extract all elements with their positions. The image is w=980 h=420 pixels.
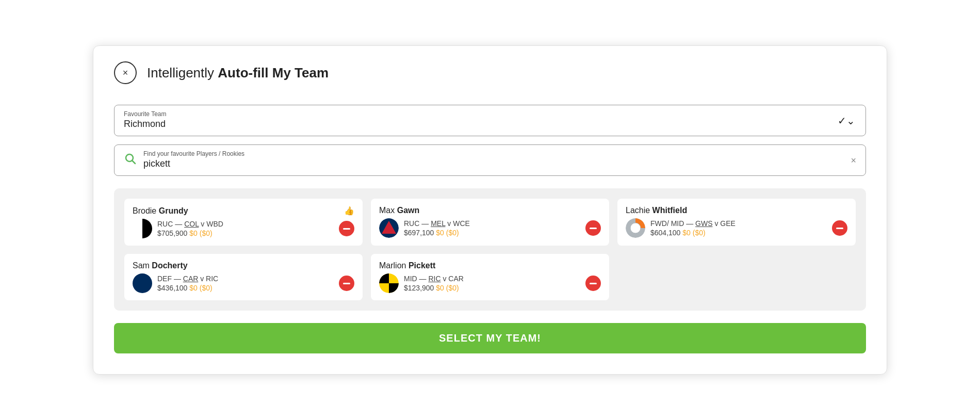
player-info: RUC — MEL v WCE $697,100 $0 ($0) — [404, 219, 576, 237]
player-details-row: DEF — CAR v RIC $436,100 $0 ($0) — [133, 273, 354, 293]
player-card-whitfield: Lachie Whitfield FWD/ MID — [617, 199, 856, 246]
player-name: Marlion Pickett — [379, 261, 435, 270]
remove-player-button[interactable] — [339, 221, 354, 236]
player-name-row: Lachie Whitfield — [626, 206, 847, 215]
favourite-team-section: Favourite Team Richmond ✓​⌄ — [114, 105, 866, 136]
favourite-team-label: Favourite Team — [124, 110, 856, 118]
player-details-row: FWD/ MID — GWS v GEE $604,100 $0 ($0) — [626, 218, 847, 238]
search-clear-button[interactable]: × — [851, 155, 856, 166]
player-position: FWD/ MID — GWS v GEE — [650, 219, 823, 228]
player-name: Lachie Whitfield — [626, 206, 687, 215]
player-details-row: RUC — COL v WBD $705,900 $0 ($0) — [133, 219, 354, 238]
favourite-team-value: Richmond — [124, 119, 856, 130]
search-inner: Find your favourite Players / Rookies pi… — [143, 150, 856, 169]
autofill-modal: × Intelligently Auto-fill My Team Favour… — [93, 45, 887, 375]
search-icon — [124, 152, 136, 168]
player-details-row: MID — RIC v CAR $123,900 $0 ($0) — [379, 273, 601, 293]
svg-line-1 — [133, 160, 136, 164]
modal-title: Intelligently Auto-fill My Team — [147, 65, 329, 81]
player-price: $436,100 $0 ($0) — [157, 284, 330, 292]
search-wrapper: Find your favourite Players / Rookies pi… — [114, 144, 866, 176]
player-name-row: Sam Docherty — [133, 261, 354, 270]
remove-player-button[interactable] — [339, 276, 354, 291]
remove-player-button[interactable] — [585, 276, 601, 291]
team-logo-melbourne — [379, 218, 399, 238]
player-info: RUC — COL v WBD $705,900 $0 ($0) — [157, 220, 330, 237]
results-area: Brodie Grundy 👍 RUC — COL v WBD $705,900… — [114, 188, 866, 311]
player-info: DEF — CAR v RIC $436,100 $0 ($0) — [157, 274, 330, 292]
player-info: FWD/ MID — GWS v GEE $604,100 $0 ($0) — [650, 219, 823, 237]
player-card-docherty: Sam Docherty DEF — CAR v RIC $436,100 $0… — [124, 254, 363, 300]
chevron-down-icon: ✓​⌄ — [838, 115, 855, 127]
player-position: MID — RIC v CAR — [404, 274, 576, 283]
team-logo-collingwood — [133, 219, 152, 238]
player-card-gawn: Max Gawn RUC — MEL v WCE — [371, 199, 609, 246]
player-name: Sam Docherty — [133, 261, 188, 270]
player-name: Max Gawn — [379, 206, 419, 215]
select-team-button[interactable]: SELECT MY TEAM! — [114, 323, 866, 353]
player-price: $604,100 $0 ($0) — [650, 229, 823, 237]
search-value[interactable]: pickett — [143, 158, 856, 169]
player-name-row: Max Gawn — [379, 206, 601, 215]
player-card-grundy: Brodie Grundy 👍 RUC — COL v WBD $705,900… — [124, 199, 363, 246]
search-label: Find your favourite Players / Rookies — [143, 150, 856, 157]
team-logo-richmond — [379, 273, 399, 293]
player-card-pickett: Marlion Pickett MID — RIC v CAR — [371, 254, 609, 300]
player-position: DEF — CAR v RIC — [157, 274, 330, 283]
player-position: RUC — MEL v WCE — [404, 219, 576, 228]
close-button[interactable]: × — [114, 61, 137, 84]
player-position: RUC — COL v WBD — [157, 220, 330, 228]
thumbs-icon: 👍 — [344, 206, 354, 216]
player-details-row: RUC — MEL v WCE $697,100 $0 ($0) — [379, 218, 601, 238]
team-logo-carlton — [133, 273, 152, 293]
player-price: $123,900 $0 ($0) — [404, 284, 576, 292]
modal-header: × Intelligently Auto-fill My Team — [114, 61, 866, 84]
player-info: MID — RIC v CAR $123,900 $0 ($0) — [404, 274, 576, 292]
favourite-team-dropdown[interactable]: Favourite Team Richmond ✓​⌄ — [114, 105, 866, 136]
player-name: Brodie Grundy — [133, 206, 188, 216]
remove-player-button[interactable] — [585, 220, 601, 236]
remove-player-button[interactable] — [832, 220, 847, 236]
player-price: $705,900 $0 ($0) — [157, 229, 330, 237]
team-logo-gws — [626, 218, 645, 238]
results-grid: Brodie Grundy 👍 RUC — COL v WBD $705,900… — [124, 199, 856, 300]
player-price: $697,100 $0 ($0) — [404, 229, 576, 237]
search-section: Find your favourite Players / Rookies pi… — [114, 144, 866, 176]
player-name-row: Marlion Pickett — [379, 261, 601, 270]
player-name-row: Brodie Grundy 👍 — [133, 206, 354, 216]
